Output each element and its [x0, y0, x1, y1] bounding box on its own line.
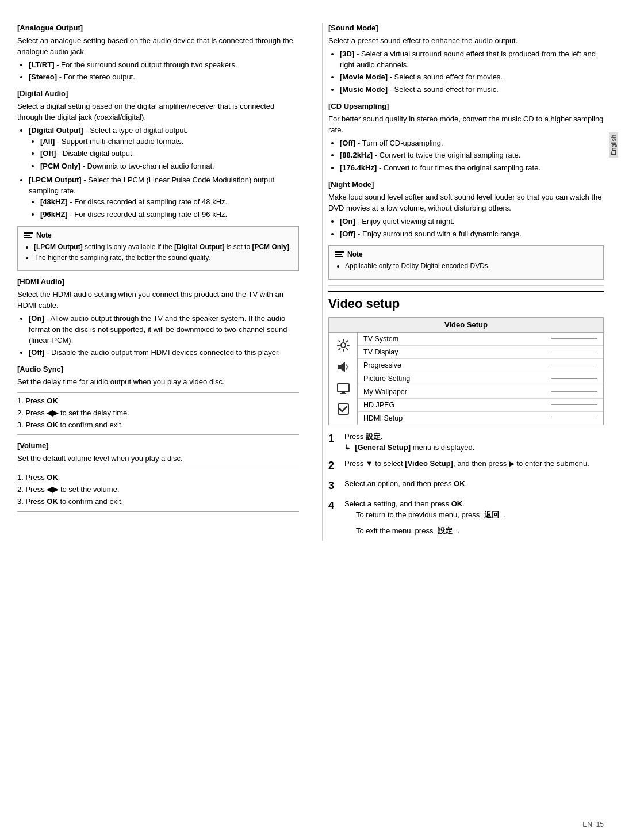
digital-audio-body: Select a digital setting based on the di… [17, 101, 299, 123]
list-item: [Off] - Disable digital output. [40, 148, 299, 159]
divider [328, 285, 604, 286]
page-num: 15 [596, 820, 604, 828]
table-title: Video Setup [329, 318, 603, 333]
table-body: TV System TV Display Progressive [329, 333, 603, 425]
list-item: [LPCM Output] - Select the LPCM (Linear … [29, 175, 299, 220]
speaker-icon [338, 359, 349, 378]
note-label-2: Note [347, 250, 363, 258]
list-item: [Off] - Enjoy surround sound with a full… [340, 229, 604, 240]
step-content: Select an option, and then press OK. [344, 478, 604, 490]
sound-mode-list: [3D] - Select a virtual surround sound e… [328, 49, 604, 96]
cd-upsampling-body: For better sound quality in stereo mode,… [328, 114, 604, 136]
list-item: [176.4kHz] - Convert to four times the o… [340, 163, 604, 174]
sound-mode-section: [Sound Mode] Select a preset sound effec… [328, 23, 604, 96]
menu-row-line [551, 352, 597, 352]
note-list-2: Applicable only to Dolby Digital encoded… [335, 261, 597, 271]
icon-column [329, 333, 358, 425]
step-content: Press ▼ to select [Video Setup], and the… [344, 458, 604, 469]
volume-body: Set the default volume level when you pl… [17, 453, 299, 464]
menu-row-line [551, 365, 597, 365]
left-column: [Analogue Output] Select an analogue set… [17, 17, 305, 545]
step-item: 1. Press OK. [17, 472, 299, 483]
list-item: [88.2kHz] - Convert to twice the origina… [340, 150, 604, 161]
menu-item-label: TV Display [363, 348, 398, 356]
list-item: [Movie Mode] - Select a sound effect for… [340, 72, 604, 83]
step-number: 3 [328, 478, 340, 494]
note-box-1: Note [LPCM Output] setting is only avail… [17, 226, 299, 272]
list-item: [Digital Output] - Select a type of digi… [29, 125, 299, 172]
audio-sync-steps: 1. Press OK. 2. Press ◀▶ to set the dela… [17, 392, 299, 436]
cd-upsampling-section: [CD Upsampling] For better sound quality… [328, 101, 604, 174]
menu-row-line [551, 378, 597, 379]
video-setup-title: Video setup [328, 291, 604, 311]
menu-item-label: Picture Setting [363, 375, 410, 383]
svg-rect-3 [338, 384, 349, 392]
menu-row-picture-setting: Picture Setting [358, 372, 603, 385]
note-box-2: Note Applicable only to Dolby Digital en… [328, 245, 604, 279]
digital-audio-list: [Digital Output] - Select a type of digi… [17, 125, 299, 220]
video-setup-table: Video Setup [328, 317, 604, 425]
cd-upsampling-list: [Off] - Turn off CD-upsampling. [88.2kHz… [328, 138, 604, 174]
lpcm-sub-list: [48kHZ] - For discs recorded at sampling… [29, 197, 299, 220]
step-4-bullets: To return to the previous menu, press 返回… [344, 509, 604, 536]
night-mode-heading: [Night Mode] [328, 180, 604, 190]
right-column: [Sound Mode] Select a preset sound effec… [322, 23, 604, 541]
list-item: [96kHZ] - For discs recorded at sampling… [40, 209, 299, 220]
step-number: 1 [328, 431, 340, 446]
list-item: [Off] - Disable the audio output from HD… [29, 348, 299, 358]
step-2: 2 Press ▼ to select [Video Setup], and t… [328, 458, 604, 474]
menu-row-my-wallpaper: My Wallpaper [358, 385, 603, 399]
hdmi-audio-heading: [HDMI Audio] [17, 277, 299, 288]
note-icon-2 [335, 251, 344, 257]
cd-upsampling-heading: [CD Upsampling] [328, 101, 604, 112]
analogue-output-body: Select an analogue setting based on the … [17, 36, 299, 58]
volume-section: [Volume] Set the default volume level wh… [17, 441, 299, 511]
menu-item-label: Progressive [363, 361, 401, 369]
digital-audio-heading: [Digital Audio] [17, 89, 299, 100]
en-label: EN [582, 820, 592, 828]
list-item: [PCM Only] - Downmix to two-channel audi… [40, 161, 299, 172]
language-label: English [609, 132, 618, 158]
svg-rect-4 [342, 392, 345, 393]
night-mode-section: [Night Mode] Make loud sound level softe… [328, 180, 604, 239]
list-item: [Off] - Turn off CD-upsampling. [340, 138, 604, 149]
list-item: The higher the sampling rate, the better… [34, 253, 293, 263]
svg-rect-1 [338, 365, 341, 369]
note-header-1: Note [24, 231, 293, 239]
step-item: 3. Press OK to confirm and exit. [17, 497, 299, 507]
step-sub: ↳ [General Setup] menu is displayed. [344, 443, 474, 452]
menu-row-progressive: Progressive [358, 359, 603, 372]
menu-row-line [551, 418, 597, 418]
list-item: Applicable only to Dolby Digital encoded… [345, 261, 597, 271]
menu-row-tv-system: TV System [358, 333, 603, 346]
list-item: [LPCM Output] setting is only available … [34, 242, 293, 252]
svg-marker-2 [341, 362, 345, 372]
step-item: 3. Press OK to confirm and exit. [17, 420, 299, 431]
menu-row-tv-display: TV Display [358, 346, 603, 359]
list-item: [Music Mode] - Select a sound effect for… [340, 85, 604, 96]
display-icon [337, 381, 350, 399]
list-item: [LT/RT] - For the surround sound output … [29, 60, 299, 71]
list-item: To exit the menu, press 設定. [356, 525, 604, 537]
list-item: [3D] - Select a virtual surround sound e… [340, 49, 604, 71]
note-label-1: Note [36, 231, 52, 239]
menu-item-label: HD JPEG [363, 401, 394, 409]
audio-sync-body: Set the delay time for audio output when… [17, 377, 299, 388]
volume-heading: [Volume] [17, 441, 299, 452]
note-list-1: [LPCM Output] setting is only available … [24, 242, 293, 264]
menu-item-label: My Wallpaper [363, 388, 407, 396]
step-4: 4 Select a setting, and then press OK. T… [328, 498, 604, 541]
audio-sync-section: [Audio Sync] Set the delay time for audi… [17, 364, 299, 435]
step-item: 2. Press ◀▶ to set the volume. [17, 484, 299, 495]
menu-row-line [551, 391, 597, 392]
step-item: 2. Press ◀▶ to set the delay time. [17, 408, 299, 419]
video-setup-steps: 1 Press 設定. ↳ [General Setup] menu is di… [328, 431, 604, 541]
list-item: [48kHZ] - For discs recorded at sampling… [40, 197, 299, 208]
menu-item-label: HDMI Setup [363, 414, 402, 422]
step-number: 2 [328, 458, 340, 474]
digital-output-sub-list: [All] - Support multi-channel audio form… [29, 136, 299, 173]
sound-mode-body: Select a preset sound effect to enhance … [328, 36, 604, 47]
gear-icon [337, 337, 350, 357]
audio-sync-heading: [Audio Sync] [17, 364, 299, 375]
step-content: Press 設定. ↳ [General Setup] menu is disp… [344, 431, 604, 453]
